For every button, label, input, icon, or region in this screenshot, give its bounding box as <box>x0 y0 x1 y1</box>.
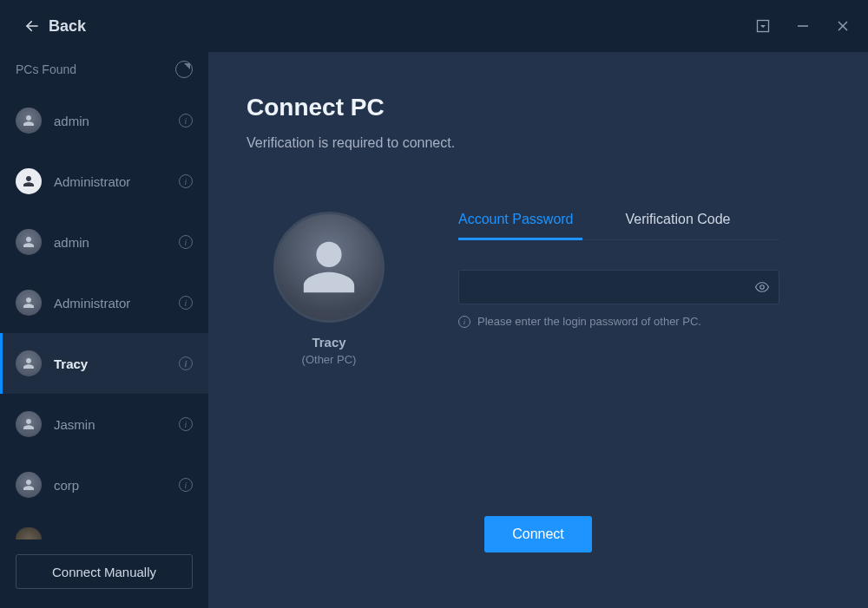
auth-tabs: Account Password Verification Code <box>458 212 779 240</box>
dropdown-window-button[interactable] <box>755 18 771 34</box>
pc-name: Tracy <box>54 356 167 371</box>
avatar-icon <box>16 108 42 134</box>
pc-item-jasmin[interactable]: Jasmin i <box>0 394 208 454</box>
pc-name: Administrator <box>54 174 167 189</box>
sidebar: PCs Found admin i Administrator i <box>0 52 208 608</box>
connect-button-wrap: Connect <box>247 516 830 587</box>
pc-item-admin-2[interactable]: admin i <box>0 212 208 272</box>
avatar-icon <box>16 411 42 437</box>
toggle-password-visibility[interactable] <box>753 278 771 296</box>
pc-name: corp <box>54 478 167 493</box>
sidebar-title: PCs Found <box>16 62 76 76</box>
avatar-icon <box>16 472 42 498</box>
main-panel: Connect PC Verification is required to c… <box>208 52 868 608</box>
back-button[interactable]: Back <box>24 17 86 36</box>
form-row: Tracy (Other PC) Account Password Verifi… <box>247 212 830 366</box>
content: PCs Found admin i Administrator i <box>0 52 868 608</box>
pc-name: admin <box>54 114 167 128</box>
page-title: Connect PC <box>247 94 830 121</box>
back-label: Back <box>49 17 86 36</box>
arrow-left-icon <box>24 18 40 34</box>
tab-account-password[interactable]: Account Password <box>458 212 574 239</box>
pc-list: admin i Administrator i admin i <box>0 90 208 554</box>
pc-item-partial[interactable] <box>0 515 208 539</box>
info-icon[interactable]: i <box>179 174 193 188</box>
pc-item-corp[interactable]: corp i <box>0 454 208 515</box>
titlebar: Back <box>0 0 868 52</box>
pc-name: Administrator <box>54 296 167 311</box>
sidebar-header: PCs Found <box>0 52 208 90</box>
profile-sub: (Other PC) <box>302 353 357 366</box>
pc-item-administrator-2[interactable]: Administrator i <box>0 272 208 333</box>
pc-item-admin[interactable]: admin i <box>0 90 208 151</box>
page-subtitle: Verification is required to connect. <box>247 135 830 151</box>
avatar-icon <box>16 290 42 316</box>
password-input-wrap <box>458 270 779 304</box>
hint-text: Please enter the login password of other… <box>477 315 701 328</box>
window-controls <box>755 18 851 34</box>
svg-point-5 <box>760 285 765 290</box>
info-icon[interactable]: i <box>179 296 193 310</box>
pc-item-administrator[interactable]: Administrator i <box>0 151 208 212</box>
password-hint: i Please enter the login password of oth… <box>458 315 779 328</box>
avatar-icon <box>16 350 42 376</box>
profile-name: Tracy <box>312 335 345 350</box>
pc-item-tracy[interactable]: Tracy i <box>0 333 208 394</box>
connect-button[interactable]: Connect <box>484 516 592 552</box>
pc-name: admin <box>54 235 167 250</box>
info-icon[interactable]: i <box>179 114 193 127</box>
info-icon[interactable]: i <box>179 235 193 249</box>
info-icon: i <box>458 316 470 328</box>
connect-manually-wrap: Connect Manually <box>0 554 208 608</box>
info-icon[interactable]: i <box>179 478 193 492</box>
pc-name: Jasmin <box>54 417 167 432</box>
close-button[interactable] <box>835 18 851 34</box>
profile-avatar <box>273 212 385 323</box>
eye-icon <box>754 279 770 295</box>
info-icon[interactable]: i <box>179 417 193 431</box>
profile: Tracy (Other PC) <box>255 212 403 366</box>
password-input[interactable] <box>458 270 779 304</box>
tab-verification-code[interactable]: Verification Code <box>626 212 731 239</box>
info-icon[interactable]: i <box>179 356 193 370</box>
form-column: Account Password Verification Code i Ple… <box>458 212 779 366</box>
refresh-icon[interactable] <box>175 61 193 78</box>
minimize-button[interactable] <box>795 18 811 34</box>
avatar-icon <box>16 168 42 194</box>
connect-manually-button[interactable]: Connect Manually <box>16 554 193 589</box>
avatar-icon <box>16 527 42 539</box>
avatar-icon <box>16 229 42 255</box>
